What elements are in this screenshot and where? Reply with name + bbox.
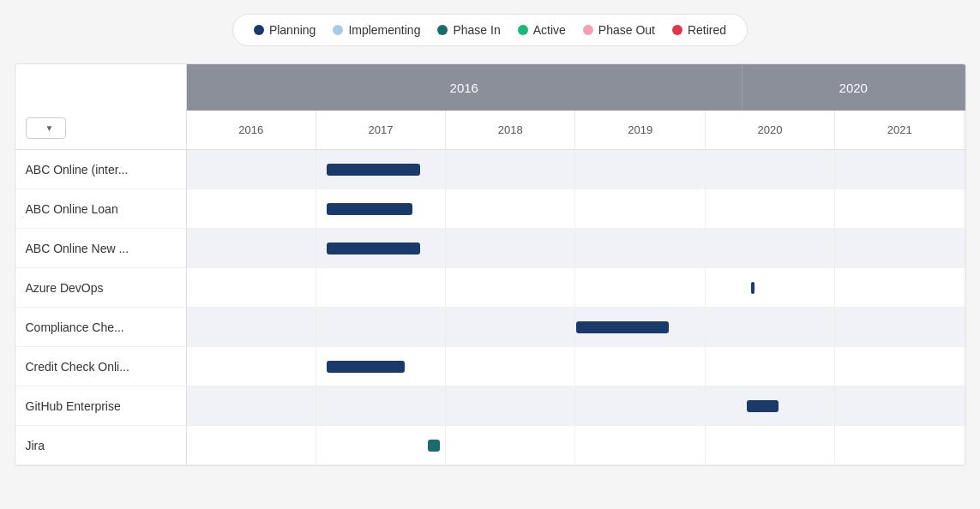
legend-dot-phase-in	[437, 25, 448, 35]
gantt-cell	[835, 386, 965, 425]
gantt-cell	[187, 150, 316, 189]
year-headers: 20162020	[187, 64, 965, 111]
legend-dot-implementing	[333, 25, 343, 35]
col-header-2019: 2019	[575, 111, 705, 149]
gantt-cell	[835, 308, 965, 346]
gantt-cell	[446, 150, 575, 189]
gantt-cell	[446, 386, 575, 425]
gantt-cell	[187, 268, 316, 307]
gantt-cell	[706, 268, 835, 307]
gantt-row	[187, 229, 965, 268]
gantt-row	[187, 426, 965, 465]
legend-label-retired: Retired	[688, 23, 726, 37]
legend-dot-phase-out	[583, 25, 593, 35]
gantt-cell	[316, 268, 446, 307]
legend-dot-planning	[254, 25, 264, 35]
col-header-2017: 2017	[316, 111, 446, 149]
row-label: ABC Online New ...	[15, 229, 186, 268]
gantt-timeline	[187, 150, 965, 465]
gantt-cell	[446, 229, 575, 267]
sort-button[interactable]: ▼	[26, 117, 67, 139]
gantt-cell	[575, 189, 705, 228]
gantt-cell	[316, 386, 446, 425]
gantt-cell	[706, 150, 835, 189]
gantt-bar-planning	[747, 400, 778, 412]
gantt-row	[187, 347, 965, 386]
col-header-2021: 2021	[835, 111, 965, 149]
legend-item-planning: Planning	[254, 23, 316, 37]
gantt-cell	[575, 386, 705, 425]
left-panel: ▼ ABC Online (inter...ABC Online LoanABC…	[15, 64, 187, 465]
gantt-row	[187, 308, 965, 347]
gantt-bar-planning	[327, 203, 412, 215]
gantt-cell	[575, 229, 705, 267]
gantt-row	[187, 189, 965, 229]
gantt-cell	[835, 229, 965, 267]
row-label: ABC Online Loan	[15, 189, 186, 229]
gantt-bar-planning	[327, 243, 420, 254]
gantt-cell	[446, 426, 575, 464]
row-label: Jira	[15, 426, 186, 465]
gantt-cell	[706, 229, 835, 267]
gantt-cell	[575, 426, 705, 464]
legend-dot-active	[518, 25, 528, 35]
gantt-cell	[187, 308, 316, 346]
gantt-cell	[446, 189, 575, 228]
legend-item-implementing: Implementing	[333, 23, 420, 37]
year-group-2016: 2016	[187, 64, 743, 111]
legend-dot-retired	[672, 25, 682, 35]
gantt-cell	[446, 268, 575, 307]
sort-header: ▼	[15, 64, 186, 150]
gantt-cell	[575, 268, 705, 307]
gantt-cell	[835, 426, 965, 464]
legend-item-phase-out: Phase Out	[583, 23, 655, 37]
gantt-cell	[316, 308, 446, 346]
year-group-2020: 2020	[743, 64, 965, 111]
sort-arrow-icon: ▼	[45, 123, 54, 133]
gantt-row	[187, 268, 965, 308]
legend-label-implementing: Implementing	[348, 23, 420, 37]
col-header-2016: 2016	[187, 111, 316, 149]
gantt-cell	[706, 347, 835, 386]
legend-label-active: Active	[533, 23, 566, 37]
legend-label-phase-out: Phase Out	[598, 23, 655, 37]
gantt-bar-planning	[751, 282, 755, 294]
legend-label-phase-in: Phase In	[453, 23, 500, 37]
gantt-cell	[706, 308, 835, 346]
gantt-bar-phase-in	[428, 440, 440, 452]
gantt-bar-planning	[327, 361, 405, 373]
row-label: Azure DevOps	[15, 268, 186, 308]
gantt-cell	[706, 189, 835, 228]
row-label: Credit Check Onli...	[15, 347, 186, 386]
gantt-cell	[706, 426, 835, 464]
gantt-bar-planning	[576, 321, 670, 333]
gantt-cell	[187, 347, 316, 386]
row-labels: ABC Online (inter...ABC Online LoanABC O…	[15, 150, 186, 465]
gantt-cell	[446, 347, 575, 386]
gantt-bar-planning	[327, 164, 420, 176]
gantt-cell	[446, 308, 575, 346]
gantt-cell	[187, 386, 316, 425]
gantt-cell	[187, 189, 316, 228]
row-label: Compliance Che...	[15, 308, 186, 347]
gantt-cell	[187, 426, 316, 464]
gantt-cell	[575, 347, 705, 386]
row-label: ABC Online (inter...	[15, 150, 186, 189]
gantt-cell	[316, 426, 446, 464]
gantt-cell	[835, 347, 965, 386]
gantt-cell	[187, 229, 316, 267]
chart-container: ▼ ABC Online (inter...ABC Online LoanABC…	[15, 63, 966, 466]
legend-item-active: Active	[518, 23, 566, 37]
gantt-row	[187, 150, 965, 189]
gantt-cell	[835, 189, 965, 228]
legend-item-phase-in: Phase In	[437, 23, 500, 37]
legend-item-retired: Retired	[672, 23, 726, 37]
legend-label-planning: Planning	[269, 23, 316, 37]
row-label: GitHub Enterprise	[15, 386, 186, 426]
gantt-cell	[835, 268, 965, 307]
col-header-2020: 2020	[706, 111, 835, 149]
gantt-cell	[575, 150, 705, 189]
right-panel: 20162020 201620172018201920202021	[187, 64, 965, 465]
legend: PlanningImplementingPhase InActivePhase …	[232, 14, 748, 46]
gantt-row	[187, 386, 965, 426]
